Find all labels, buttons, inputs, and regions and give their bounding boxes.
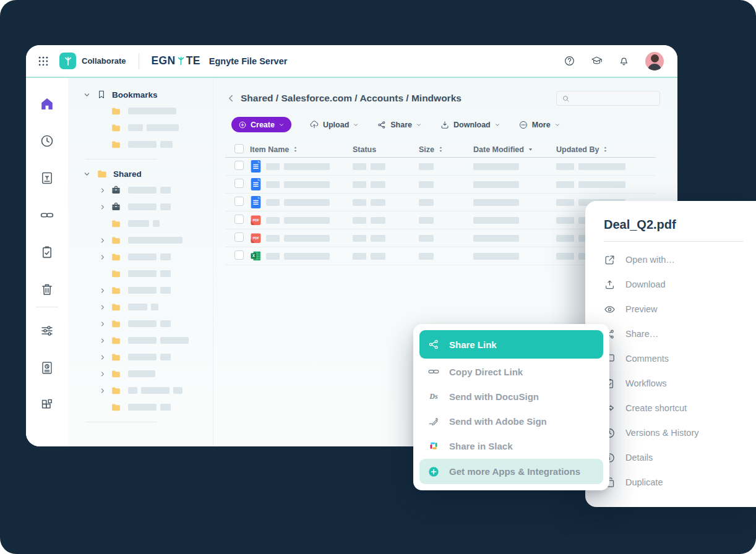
- tree-section-bookmarks[interactable]: Bookmarks: [68, 87, 213, 103]
- bookmark-item[interactable]: [68, 136, 213, 153]
- modified-skeleton: [473, 181, 556, 188]
- briefcase-icon: [111, 185, 121, 195]
- skeleton-bar: [556, 163, 574, 170]
- search-box[interactable]: [556, 91, 660, 106]
- shared-folder-item[interactable]: [68, 332, 213, 349]
- shared-folder-item[interactable]: [68, 282, 213, 299]
- row-checkbox[interactable]: [234, 179, 244, 188]
- table-row[interactable]: [225, 158, 656, 176]
- skeleton-bar: [147, 124, 179, 131]
- row-checkbox[interactable]: [234, 161, 244, 170]
- panel-item-versions-history[interactable]: Versions & History: [604, 420, 744, 445]
- top-bar: Collaborate EGN TE Egnyte File Server: [26, 45, 677, 78]
- chevron-right-icon[interactable]: [99, 187, 106, 194]
- chevron-right-icon[interactable]: [99, 370, 106, 378]
- rail-home-icon[interactable]: [40, 96, 54, 111]
- row-checkbox[interactable]: [234, 215, 244, 224]
- skeleton-bar: [160, 287, 171, 294]
- rail-settings-icon[interactable]: [40, 323, 54, 338]
- rail-bookmarks-icon[interactable]: [40, 171, 54, 185]
- rail-reports-icon[interactable]: [40, 360, 54, 375]
- panel-item-preview[interactable]: Preview: [604, 297, 744, 322]
- rail-shared-links-icon[interactable]: [40, 208, 54, 223]
- search-input[interactable]: [573, 93, 655, 103]
- menu-item-share-link[interactable]: Share Link: [419, 330, 603, 359]
- shared-folder-item[interactable]: [68, 265, 213, 282]
- chevron-right-icon[interactable]: [99, 337, 106, 344]
- panel-item-download[interactable]: Download: [604, 272, 744, 297]
- panel-item-open-with-[interactable]: Open with…: [604, 247, 744, 272]
- rail-trash-icon[interactable]: [40, 282, 54, 297]
- column-header-item-name[interactable]: Item Name: [250, 145, 353, 154]
- row-checkbox[interactable]: [234, 197, 244, 206]
- folder-icon: [97, 168, 108, 179]
- select-all-checkbox[interactable]: [234, 144, 244, 153]
- panel-item-duplicate[interactable]: Duplicate: [604, 470, 744, 495]
- menu-item-send-with-adobe-sign[interactable]: Send with Adobe Sign: [419, 409, 603, 433]
- avatar[interactable]: [645, 52, 664, 70]
- panel-item-workflows[interactable]: Workflows: [604, 371, 744, 396]
- row-checkbox[interactable]: [234, 250, 244, 260]
- logo-text-right: TE: [186, 54, 200, 67]
- column-header-updated-by[interactable]: Updated By: [556, 145, 656, 154]
- chevron-down-icon: [353, 122, 359, 128]
- chevron-right-icon[interactable]: [99, 354, 106, 361]
- skeleton-bar: [371, 181, 385, 188]
- chevron-right-icon[interactable]: [99, 320, 106, 328]
- shared-folder-item[interactable]: [68, 198, 213, 215]
- menu-item-get-more-apps-integrations[interactable]: Get more Apps & Integrations: [419, 459, 603, 484]
- upload-button[interactable]: Upload: [309, 120, 359, 130]
- column-header-date-modified[interactable]: Date Modified: [473, 145, 556, 154]
- academy-icon[interactable]: [591, 55, 603, 67]
- panel-item-comments[interactable]: Comments: [604, 346, 744, 371]
- panel-item-label: Open with…: [625, 255, 675, 265]
- panel-item-share-[interactable]: Share…: [604, 322, 744, 346]
- menu-item-share-in-slack[interactable]: Share in Slack: [419, 433, 603, 458]
- chevron-right-icon[interactable]: [99, 304, 106, 311]
- column-header-status[interactable]: Status: [353, 145, 419, 154]
- shared-folder-item[interactable]: [68, 249, 213, 265]
- menu-item-copy-direct-link[interactable]: Copy Direct Link: [419, 359, 603, 384]
- chevron-right-icon[interactable]: [99, 254, 106, 261]
- shared-folder-item[interactable]: [68, 399, 213, 416]
- panel-item-details[interactable]: Details: [604, 445, 744, 470]
- panel-item-create-shortcut[interactable]: Create shortcut: [604, 396, 744, 420]
- rail-tasks-icon[interactable]: [40, 245, 54, 260]
- table-row[interactable]: [225, 176, 656, 194]
- back-icon[interactable]: [225, 93, 236, 104]
- shared-folder-item[interactable]: [68, 365, 213, 382]
- share-button[interactable]: Share: [377, 120, 422, 130]
- shared-folder-item[interactable]: [68, 215, 213, 232]
- shared-folder-item[interactable]: [68, 299, 213, 315]
- shared-folder-item[interactable]: [68, 315, 213, 332]
- shared-folder-item[interactable]: [68, 349, 213, 365]
- chevron-right-icon[interactable]: [99, 237, 106, 244]
- tree-section-shared[interactable]: Shared: [68, 166, 213, 182]
- row-checkbox[interactable]: [234, 232, 244, 242]
- skeleton-bar: [128, 254, 157, 260]
- skeleton-bar: [128, 287, 157, 294]
- shared-folder-item[interactable]: [68, 182, 213, 198]
- chevron-right-icon[interactable]: [99, 287, 106, 294]
- bookmark-item[interactable]: [68, 103, 213, 119]
- breadcrumb: Shared / Salesforce.com / Accounts / Min…: [241, 93, 462, 104]
- chevron-right-icon[interactable]: [99, 387, 106, 394]
- download-button[interactable]: Download: [440, 120, 500, 130]
- column-label: Item Name: [250, 145, 289, 154]
- shared-folder-item[interactable]: [68, 232, 213, 249]
- notifications-icon[interactable]: [618, 55, 630, 67]
- more-button[interactable]: More: [518, 120, 561, 130]
- folder-icon: [111, 218, 121, 229]
- bookmark-item[interactable]: [68, 119, 213, 136]
- waffle-menu-icon[interactable]: [37, 55, 49, 67]
- app-switcher[interactable]: Collaborate: [59, 53, 126, 69]
- column-header-size[interactable]: Size: [419, 145, 473, 154]
- menu-item-send-with-docusign[interactable]: DsSend with DocuSign: [419, 384, 603, 409]
- chevron-right-icon[interactable]: [99, 203, 106, 211]
- rail-recents-icon[interactable]: [40, 134, 54, 148]
- panel-item-label: Duplicate: [625, 477, 663, 487]
- create-button[interactable]: Create: [231, 117, 291, 132]
- shared-folder-item[interactable]: [68, 382, 213, 399]
- rail-apps-icon[interactable]: [40, 398, 54, 412]
- help-icon[interactable]: [564, 55, 575, 67]
